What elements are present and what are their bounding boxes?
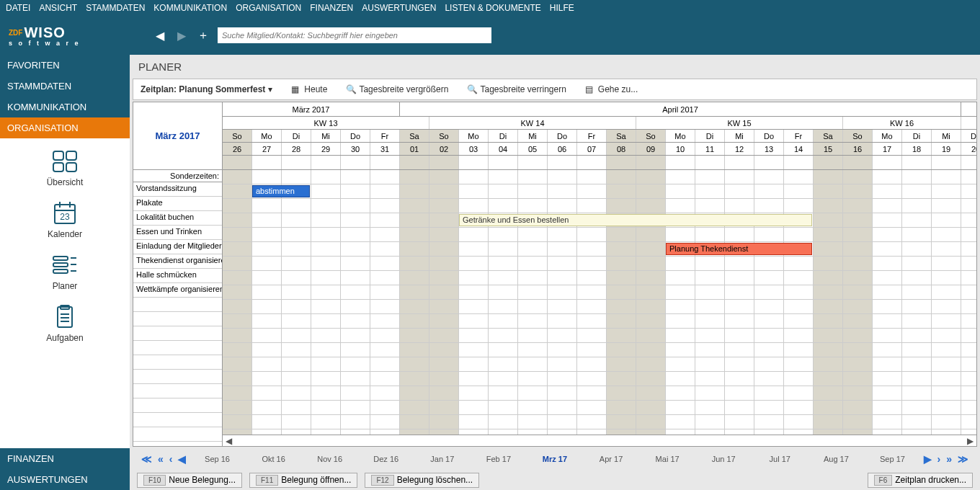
- sidebar-item-kommunikation[interactable]: KOMMUNIKATION: [0, 97, 130, 117]
- date-header: 17: [873, 143, 902, 155]
- grid-row[interactable]: [223, 184, 976, 199]
- menu-organisation[interactable]: ORGANISATION: [236, 3, 301, 13]
- timeline-month[interactable]: Nov 16: [302, 455, 358, 463]
- date-header: 03: [459, 143, 489, 155]
- menu-listen & dokumente[interactable]: LISTEN & DOKUMENTE: [445, 3, 540, 13]
- grid-row[interactable]: [223, 415, 976, 429]
- timeline-month[interactable]: Apr 17: [583, 455, 639, 463]
- date-header: 06: [548, 143, 577, 155]
- timeline-month[interactable]: Okt 16: [246, 455, 302, 463]
- week-header: KW 16: [843, 117, 961, 129]
- zoom-in-button[interactable]: 🔍Tagesbreite vergrößern: [346, 84, 448, 94]
- grid-row[interactable]: [223, 271, 976, 285]
- timeline-prev-fast-icon[interactable]: «: [155, 453, 166, 465]
- menu-auswertungen[interactable]: AUSWERTUNGEN: [362, 3, 436, 13]
- menu-hilfe[interactable]: HILFE: [550, 3, 574, 13]
- task-label: [133, 326, 222, 341]
- grid-row[interactable]: [223, 372, 976, 386]
- gantt-bar[interactable]: Getränke und Essen bestellen: [459, 214, 812, 226]
- grid-row[interactable]: [223, 170, 976, 184]
- timeline-month[interactable]: Mai 17: [639, 455, 695, 463]
- grid-row[interactable]: [223, 242, 976, 257]
- day-header: Sa: [814, 130, 843, 142]
- menu-kommunikation[interactable]: KOMMUNIKATION: [153, 3, 227, 13]
- timeline-month[interactable]: Sep 17: [864, 455, 920, 463]
- timeline-month[interactable]: Jun 17: [695, 455, 752, 463]
- svg-rect-1: [66, 151, 76, 160]
- timeline-prev-icon[interactable]: ◀: [175, 453, 189, 465]
- grid-row[interactable]: [223, 300, 976, 314]
- date-header: 19: [932, 143, 961, 155]
- grid-row[interactable]: [223, 386, 976, 401]
- menu-ansicht[interactable]: ANSICHT: [39, 3, 77, 13]
- sidebar-icon-übersicht[interactable]: Übersicht: [47, 148, 84, 187]
- sidebar-item-auswertungen[interactable]: AUSWERTUNGEN: [0, 469, 130, 490]
- sidebar-icon-kalender[interactable]: 23Kalender: [48, 200, 82, 239]
- new-belegung-button[interactable]: F10Neue Belegung...: [137, 473, 242, 488]
- timeline-month[interactable]: Sep 16: [189, 455, 245, 463]
- date-header: 12: [725, 143, 754, 155]
- menu-stammdaten[interactable]: STAMMDATEN: [86, 3, 145, 13]
- grid-row[interactable]: [223, 285, 976, 300]
- sidebar-item-favoriten[interactable]: FAVORITEN: [0, 55, 130, 76]
- timeline-next-icon[interactable]: ▶: [921, 453, 935, 465]
- plan-dropdown[interactable]: Zeitplan: Planung Sommerfest ▾: [141, 84, 272, 94]
- day-header: Do: [754, 130, 784, 142]
- timeline-month[interactable]: Aug 17: [808, 455, 864, 463]
- open-belegung-button[interactable]: F11Belegung öffnen...: [249, 473, 357, 488]
- sidebar-item-stammdaten[interactable]: STAMMDATEN: [0, 76, 130, 97]
- svg-rect-3: [66, 163, 76, 172]
- grid-row[interactable]: [223, 429, 976, 435]
- horizontal-scrollbar[interactable]: ◀▶: [223, 435, 976, 446]
- sidebar-icon-aufgaben[interactable]: Aufgaben: [46, 304, 83, 343]
- delete-belegung-button[interactable]: F12Belegung löschen...: [365, 473, 479, 488]
- today-button[interactable]: ▦Heute: [291, 84, 327, 94]
- menu-finanzen[interactable]: FINANZEN: [310, 3, 353, 13]
- grid-row[interactable]: [223, 257, 976, 271]
- grid-row[interactable]: [223, 199, 976, 213]
- menu-datei[interactable]: DATEI: [6, 3, 30, 13]
- day-header: Mi: [518, 130, 548, 142]
- day-header: So: [636, 130, 666, 142]
- timeline-next-step-icon[interactable]: ›: [935, 453, 944, 465]
- timeline-month[interactable]: Mrz 17: [527, 455, 583, 463]
- grid-row[interactable]: [223, 228, 976, 242]
- sidebar-icon-planer[interactable]: Planer: [50, 252, 79, 291]
- grid-row[interactable]: [223, 329, 976, 343]
- timeline-first-icon[interactable]: ≪: [138, 453, 155, 465]
- grid-row[interactable]: [223, 401, 976, 415]
- search-input[interactable]: [218, 27, 491, 43]
- print-zeitplan-button[interactable]: F6Zeitplan drucken...: [868, 473, 973, 488]
- sidebar-item-finanzen[interactable]: FINANZEN: [0, 448, 130, 469]
- date-header: 29: [311, 143, 341, 155]
- nav-forward-icon[interactable]: ▶: [174, 28, 189, 43]
- gantt-bar[interactable]: abstimmen: [252, 185, 310, 197]
- nav-back-icon[interactable]: ◀: [153, 28, 167, 43]
- sidebar-item-organisation[interactable]: ORGANISATION: [0, 117, 130, 138]
- grid-row[interactable]: [223, 314, 976, 329]
- timeline-month[interactable]: Jan 17: [414, 455, 471, 463]
- date-header: 31: [370, 143, 400, 155]
- timeline-prev-step-icon[interactable]: ‹: [166, 453, 176, 465]
- timeline-month[interactable]: Jul 17: [752, 455, 808, 463]
- timeline-month[interactable]: Feb 17: [471, 455, 527, 463]
- day-header: Di: [695, 130, 725, 142]
- timeline-last-icon[interactable]: ≫: [955, 453, 971, 465]
- zoom-out-button[interactable]: 🔍Tagesbreite verringern: [467, 84, 566, 94]
- timeline-month[interactable]: Dez 16: [358, 455, 414, 463]
- task-label: [133, 341, 222, 355]
- week-header: KW 14: [429, 117, 636, 129]
- goto-button[interactable]: ▤Gehe zu...: [585, 84, 638, 94]
- gantt-bar[interactable]: Planung Thekendienst: [666, 243, 812, 255]
- grid-row[interactable]: [223, 343, 976, 357]
- month-header: April 2017: [400, 102, 961, 116]
- nav-add-icon[interactable]: ＋: [196, 28, 210, 43]
- day-header: So: [429, 130, 459, 142]
- timeline-next-fast-icon[interactable]: »: [943, 453, 955, 465]
- task-label: Einladung der Mitglieder: [133, 240, 222, 254]
- grid-row[interactable]: [223, 357, 976, 372]
- task-label: [133, 442, 222, 447]
- date-header: 01: [400, 143, 429, 155]
- day-header: Mo: [666, 130, 695, 142]
- toolbar: Zeitplan: Planung Sommerfest ▾ ▦Heute 🔍T…: [133, 79, 977, 100]
